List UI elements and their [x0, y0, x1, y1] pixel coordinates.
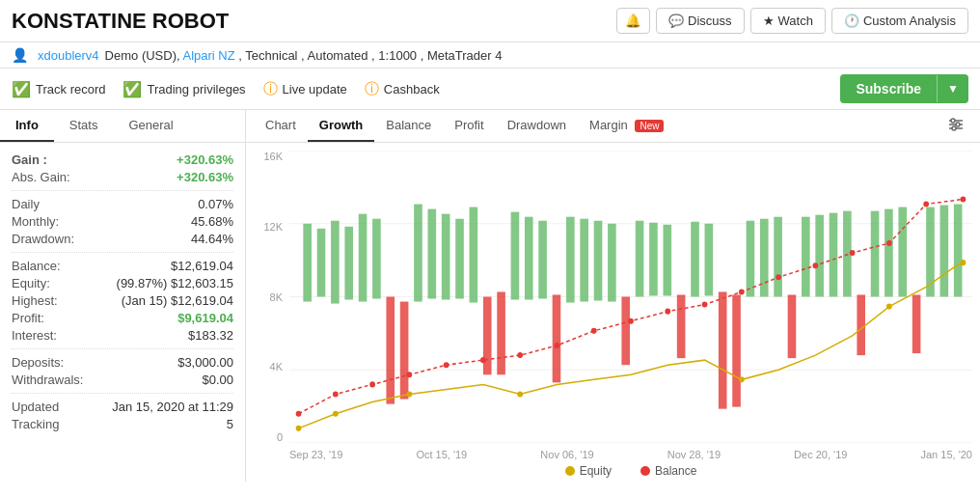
svg-point-65	[517, 352, 523, 358]
svg-point-60	[333, 391, 339, 397]
highest-label: Highest:	[12, 293, 58, 308]
svg-rect-45	[774, 217, 782, 297]
bell-button[interactable]: 🔔	[616, 8, 650, 34]
equity-legend-dot	[565, 466, 575, 476]
balance-legend-label: Balance	[655, 464, 696, 478]
gain-row: Gain : +320.63%	[12, 152, 233, 167]
svg-rect-32	[594, 221, 603, 301]
deposits-value: $3,000.00	[177, 355, 233, 370]
highest-row: Highest: (Jan 15) $12,619.04	[12, 293, 233, 308]
profit-value: $9,619.04	[177, 311, 233, 325]
monthly-row: Monthly: 45.68%	[12, 214, 233, 229]
broker-link[interactable]: Alpari NZ	[183, 48, 235, 63]
tab-stats[interactable]: Stats	[54, 110, 114, 142]
svg-point-81	[517, 391, 523, 397]
custom-analysis-button[interactable]: 🕐 Custom Analysis	[831, 8, 968, 34]
subscribe-button[interactable]: Subscribe ▼	[840, 74, 968, 103]
svg-point-72	[776, 274, 781, 280]
svg-rect-12	[317, 229, 326, 297]
abs-gain-value: +320.63%	[177, 170, 233, 184]
svg-rect-25	[497, 291, 505, 374]
left-panel: Info Stats General Gain : +320.63% Abs. …	[0, 110, 246, 482]
svg-point-67	[591, 328, 597, 334]
y-label-8k: 8K	[270, 291, 283, 303]
tab-margin[interactable]: Margin New	[578, 110, 675, 142]
svg-rect-27	[525, 217, 533, 300]
balance-value: $12,619.04	[171, 259, 233, 273]
svg-rect-54	[898, 207, 907, 297]
svg-rect-53	[885, 209, 893, 297]
x-label-oct15: Oct 15, '19	[416, 449, 467, 460]
svg-rect-11	[303, 224, 312, 302]
watch-button[interactable]: ★ Watch	[750, 8, 826, 34]
trading-privileges-check-icon: ✅	[122, 80, 142, 98]
x-label-nov06: Nov 06, '19	[540, 449, 593, 460]
monthly-label: Monthly:	[12, 214, 59, 229]
cashback-status: ⓘ Cashback	[365, 80, 440, 98]
header-left: KONSTATINE ROBOT	[12, 9, 229, 34]
svg-point-80	[407, 391, 413, 397]
chart-tabs: Chart Growth Balance Profit Drawdown Mar…	[246, 110, 980, 143]
trading-privileges-label: Trading privileges	[147, 82, 245, 97]
tab-general[interactable]: General	[113, 110, 188, 142]
y-label-4k: 4K	[270, 361, 283, 373]
top-header: KONSTATINE ROBOT 🔔 💬 Discuss ★ Watch 🕐 C…	[0, 0, 980, 42]
subscribe-arrow-icon[interactable]: ▼	[937, 75, 968, 102]
chart-settings-button[interactable]	[939, 110, 972, 142]
tab-profit[interactable]: Profit	[443, 110, 495, 142]
interest-label: Interest:	[12, 328, 57, 343]
left-tabs: Info Stats General	[0, 110, 245, 143]
svg-point-76	[923, 202, 929, 207]
svg-rect-13	[331, 221, 340, 304]
updated-row: Updated Jan 15, 2020 at 11:29	[12, 400, 233, 414]
discuss-icon: 💬	[668, 14, 684, 28]
svg-rect-14	[344, 227, 353, 300]
svg-rect-39	[691, 222, 699, 297]
chart-area: 16K 12K 8K 4K 0	[246, 143, 980, 482]
daily-value: 0.07%	[198, 197, 233, 211]
svg-point-78	[296, 426, 302, 431]
updated-label: Updated	[12, 400, 59, 414]
svg-point-74	[850, 250, 856, 256]
svg-point-4	[956, 123, 960, 126]
tab-growth[interactable]: Growth	[308, 110, 375, 142]
tab-drawdown[interactable]: Drawdown	[496, 110, 578, 142]
svg-rect-21	[442, 214, 450, 300]
daily-row: Daily 0.07%	[12, 197, 233, 211]
right-panel: Chart Growth Balance Profit Drawdown Mar…	[246, 110, 980, 482]
tab-info[interactable]: Info	[0, 110, 54, 142]
tab-chart[interactable]: Chart	[254, 110, 308, 142]
header-right: 🔔 💬 Discuss ★ Watch 🕐 Custom Analysis	[616, 8, 968, 34]
subscribe-label: Subscribe	[840, 74, 937, 103]
y-label-0: 0	[277, 431, 283, 443]
withdrawals-label: Withdrawals:	[12, 373, 83, 387]
chart-svg	[289, 151, 972, 443]
sub-header: 👤 xdoublerv4 Demo (USD), Alpari NZ , Tec…	[0, 42, 980, 69]
main-content: Info Stats General Gain : +320.63% Abs. …	[0, 110, 980, 482]
svg-point-70	[702, 302, 708, 308]
svg-point-71	[739, 289, 745, 294]
abs-gain-row: Abs. Gain: +320.63%	[12, 170, 233, 184]
username-link[interactable]: xdoublerv4	[38, 48, 99, 63]
svg-rect-23	[470, 207, 478, 303]
svg-point-84	[961, 260, 966, 265]
discuss-button[interactable]: 💬 Discuss	[656, 8, 745, 34]
legend-balance: Balance	[640, 464, 696, 478]
svg-rect-47	[802, 217, 810, 297]
live-update-info-icon: ⓘ	[263, 80, 278, 98]
svg-rect-15	[359, 214, 368, 302]
live-update-status: ⓘ Live update	[263, 80, 347, 98]
tracking-label: Tracking	[12, 417, 59, 431]
svg-rect-17	[386, 297, 395, 404]
tab-balance[interactable]: Balance	[374, 110, 443, 142]
equity-label: Equity:	[12, 276, 50, 290]
svg-point-79	[333, 411, 339, 417]
svg-rect-28	[538, 221, 547, 299]
status-bar-left: ✅ Track record ✅ Trading privileges ⓘ Li…	[12, 80, 440, 98]
svg-point-69	[665, 309, 670, 315]
y-label-12k: 12K	[263, 221, 283, 233]
svg-rect-35	[636, 221, 644, 297]
abs-gain-label: Abs. Gain:	[12, 170, 70, 184]
drawdown-row: Drawdown: 44.64%	[12, 232, 233, 246]
live-update-label: Live update	[283, 82, 347, 97]
